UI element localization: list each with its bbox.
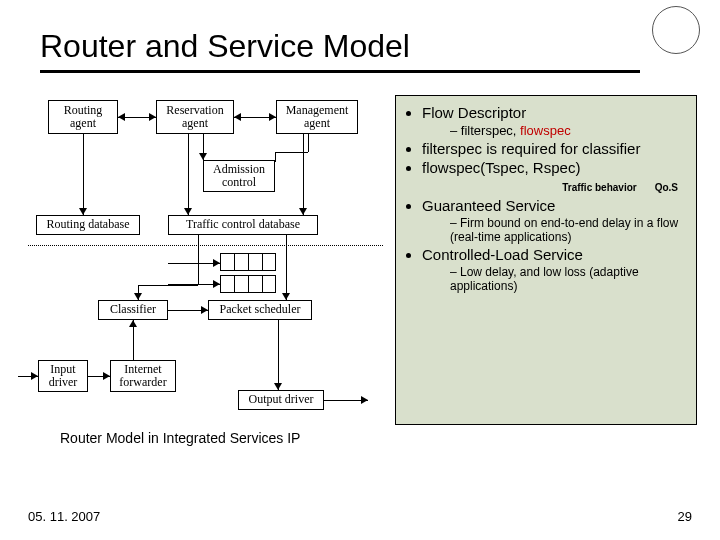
label: Output driver	[249, 393, 314, 406]
label: Reservation agent	[166, 104, 223, 130]
queue-2	[220, 253, 276, 271]
title-underline	[40, 70, 640, 73]
sub-filterspec-flowspec: filterspec, flowspec	[450, 123, 688, 138]
label: Routing database	[47, 218, 130, 231]
box-routing-agent: Routing agent	[48, 100, 118, 134]
label: Internet forwarder	[119, 363, 166, 389]
bullet-panel: Flow Descriptor filterspec, flowspec fil…	[395, 95, 697, 425]
box-output-driver: Output driver	[238, 390, 324, 410]
box-management-agent: Management agent	[276, 100, 358, 134]
box-packet-scheduler: Packet scheduler	[208, 300, 312, 320]
router-diagram: Routing agent Reservation agent Manageme…	[28, 95, 388, 425]
bullet-guaranteed: Guaranteed Service Firm bound on end-to-…	[422, 197, 688, 244]
box-reservation-agent: Reservation agent	[156, 100, 234, 134]
bullet-flowspec: flowspec(Tspec, Rspec)	[422, 159, 688, 176]
tiny-traffic-behavior: Traffic behavior	[562, 182, 636, 193]
box-internet-forwarder: Internet forwarder	[110, 360, 176, 392]
box-admission-control: Admission control	[203, 160, 275, 192]
bullet-list: Flow Descriptor filterspec, flowspec fil…	[404, 104, 688, 176]
footer-date: 05. 11. 2007	[28, 509, 100, 524]
page-title: Router and Service Model	[40, 28, 410, 65]
queue-1	[220, 275, 276, 293]
label: Management agent	[286, 104, 349, 130]
label: Traffic control database	[186, 218, 300, 231]
label: Admission control	[213, 163, 265, 189]
bullet-flow-descriptor: Flow Descriptor filterspec, flowspec	[422, 104, 688, 138]
box-classifier: Classifier	[98, 300, 168, 320]
label: Input driver	[49, 363, 78, 389]
university-seal-icon	[652, 6, 700, 54]
label: Packet scheduler	[220, 303, 301, 316]
diagram-caption: Router Model in Integrated Services IP	[60, 430, 300, 446]
sub-guaranteed: Firm bound on end-to-end delay in a flow…	[450, 216, 688, 244]
box-routing-database: Routing database	[36, 215, 140, 235]
label: Routing agent	[64, 104, 103, 130]
box-traffic-db: Traffic control database	[168, 215, 318, 235]
bullet-filterspec-req: filterspec is required for classifier	[422, 140, 688, 157]
sub-controlled-load: Low delay, and low loss (adaptive applic…	[450, 265, 688, 293]
separator-dotted	[28, 245, 383, 246]
page-number: 29	[678, 509, 692, 524]
box-input-driver: Input driver	[38, 360, 88, 392]
label: Classifier	[110, 303, 156, 316]
bullet-list-2: Guaranteed Service Firm bound on end-to-…	[404, 197, 688, 293]
bullet-controlled-load: Controlled-Load Service Low delay, and l…	[422, 246, 688, 293]
tiny-qos: Qo.S	[655, 182, 678, 193]
